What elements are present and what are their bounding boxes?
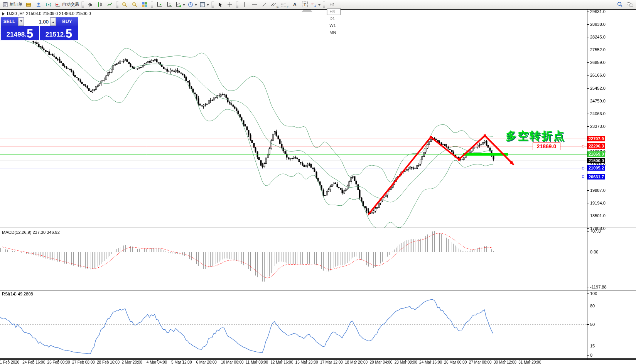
toolbar-separator <box>151 2 153 8</box>
zoom-out-button[interactable] <box>130 1 140 8</box>
line-chart-button[interactable] <box>105 1 115 8</box>
new-order-icon <box>2 2 8 8</box>
chart-shift-icon <box>156 2 162 8</box>
signal-button[interactable] <box>44 1 54 8</box>
crosshair-icon <box>227 2 233 8</box>
lot-increase-button[interactable] <box>50 17 56 26</box>
time-axis-label: 23 Mar 08:00 <box>395 360 417 364</box>
crosshair-button[interactable] <box>225 1 235 8</box>
auto-scroll-button[interactable] <box>164 1 174 8</box>
tile-windows-icon <box>142 2 148 8</box>
fibonacci-icon <box>281 2 286 8</box>
search-button[interactable] <box>615 1 625 8</box>
equidistant-channel-button[interactable]: E <box>270 1 280 8</box>
time-axis-label: 28 Feb 16:00 <box>97 360 120 364</box>
time-axis-label: 26 Feb 00:00 <box>47 360 70 364</box>
time-axis-label: 17 Mar 12:00 <box>320 360 343 364</box>
bar-chart-button[interactable] <box>85 1 95 8</box>
timeframe-button-d1[interactable]: D1 <box>327 15 340 22</box>
chart-canvas[interactable] <box>0 0 636 364</box>
price-axis-label: 28938.0 <box>590 22 606 27</box>
period-button[interactable] <box>186 1 198 8</box>
time-axis-label: 15 Mar 23:00 <box>295 360 318 364</box>
time-axis-label: 24 Mar 16:00 <box>419 360 442 364</box>
fibo-glyph: F <box>287 5 288 8</box>
new-chart-icon <box>175 2 182 8</box>
sell-price[interactable]: 21498.5 <box>1 26 40 41</box>
search-icon <box>617 1 623 8</box>
tile-windows-button[interactable] <box>140 1 150 8</box>
toolbar-separator <box>211 2 214 8</box>
macd-axis-label: -1197.88 <box>590 285 607 289</box>
macd-axis-label: 0.00 <box>590 250 598 254</box>
channel-glyph: E <box>277 5 278 8</box>
template-button[interactable] <box>198 1 210 8</box>
chevron-down-icon <box>207 4 209 7</box>
text-label-icon: T <box>302 2 308 7</box>
fibonacci-button[interactable]: F <box>280 1 290 8</box>
toolbar-separator <box>81 2 84 8</box>
template-icon <box>199 2 206 8</box>
new-order-button[interactable]: 新订单 <box>1 1 24 8</box>
chart-annotation-text[interactable]: 多空转折点 <box>506 129 565 143</box>
buy-button[interactable]: BUY <box>56 17 78 26</box>
candlestick-chart-button[interactable] <box>95 1 105 8</box>
trendline-button[interactable] <box>260 1 270 8</box>
lot-decrease-button[interactable] <box>18 17 24 26</box>
rsi-axis-label: 100 <box>590 291 597 296</box>
toolbar-separator <box>116 2 118 8</box>
chat-button[interactable] <box>625 1 635 8</box>
timeframe-button-h4[interactable]: H4 <box>327 8 340 15</box>
auto-trading-label: 自动交易 <box>62 2 79 7</box>
new-order-label: 新订单 <box>10 2 22 7</box>
new-chart-button[interactable] <box>174 1 186 8</box>
text-label-button[interactable]: T <box>300 1 310 8</box>
timeframe-button-mn[interactable]: MN <box>327 29 340 36</box>
line-chart-icon <box>107 2 113 8</box>
price-level-tag: 21500.0 <box>587 158 605 163</box>
candlestick-chart-icon <box>97 2 103 8</box>
equidistant-channel-icon <box>271 2 276 8</box>
price-level-tag: 22707.9 <box>587 136 605 141</box>
cursor-icon <box>217 2 223 8</box>
sell-price-frac: 5 <box>27 28 33 40</box>
zoom-in-button[interactable] <box>120 1 130 8</box>
profile-button[interactable] <box>34 1 44 8</box>
sell-button[interactable]: SELL <box>1 17 18 26</box>
text-button[interactable]: A <box>290 1 300 8</box>
price-axis-label: 29631.0 <box>590 9 606 14</box>
time-axis-label: 10 Mar 00:00 <box>221 360 244 364</box>
time-axis-label: 24 Feb 16:00 <box>22 360 45 364</box>
rsi-indicator-label: RSI(14) 49.2808 <box>2 292 33 296</box>
arrows-icon <box>311 2 317 8</box>
lot-size-input[interactable] <box>24 17 50 26</box>
rsi-axis-label: 15 <box>590 344 595 348</box>
chevron-down-icon <box>195 4 197 7</box>
timeframe-button-w1[interactable]: W1 <box>327 22 340 29</box>
price-axis-label: 18501.0 <box>590 213 606 218</box>
profile-icon <box>35 2 42 8</box>
clock-icon <box>187 2 194 8</box>
chart-shift-button[interactable] <box>154 1 164 8</box>
chart-annotation-price-label[interactable]: 21869.0 <box>533 143 560 150</box>
horizontal-line-button[interactable] <box>250 1 260 8</box>
price-level-tag: 21869.0 <box>587 151 605 157</box>
vertical-line-button[interactable] <box>240 1 250 8</box>
toolbar-separator <box>236 2 238 8</box>
horizontal-line-icon <box>251 2 258 8</box>
price-axis-label: 28245.0 <box>590 35 606 39</box>
price-axis-label: 27552.0 <box>590 47 606 52</box>
arrows-button[interactable] <box>310 1 322 8</box>
auto-trading-button[interactable]: 自动交易 <box>54 1 80 8</box>
market-watch-button[interactable] <box>24 1 34 8</box>
toolbar-separator <box>323 2 325 8</box>
toolbar: 新订单 自动交易 <box>0 0 636 9</box>
rsi-axis-label: 50 <box>590 322 595 327</box>
timeframe-group: M1M5M15M30H1H4D1W1MN <box>326 0 341 36</box>
chat-icon <box>626 2 634 8</box>
time-axis-label: 21 Feb 2020 <box>0 360 19 364</box>
buy-price[interactable]: 21512.5 <box>40 26 78 41</box>
zoom-in-icon <box>121 2 128 8</box>
cursor-button[interactable] <box>215 1 225 8</box>
timeframe-button-h1[interactable]: H1 <box>327 1 340 8</box>
